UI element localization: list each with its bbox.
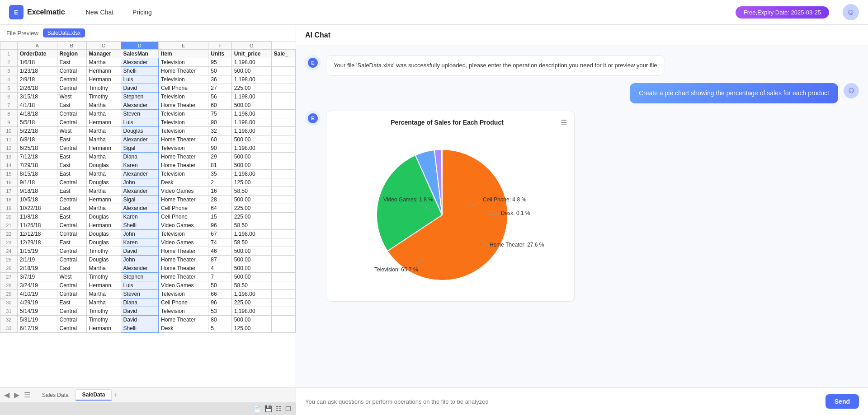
sheet-tab-add[interactable]: +: [112, 391, 119, 399]
pricing-link[interactable]: Pricing: [125, 5, 159, 19]
status-icon-4[interactable]: ❒: [285, 405, 291, 412]
chat-header: AI Chat: [296, 25, 868, 46]
chat-messages: E Your file 'SaleData.xlsx' was successf…: [296, 46, 868, 387]
ai-chart-logo: E: [308, 113, 318, 123]
sheet-tab-right[interactable]: ▶: [13, 391, 21, 399]
chart-card-header: Percentage of Sales for Each Product ☰: [334, 118, 567, 127]
ai-chart-row: E Percentage of Sales for Each Product ☰…: [305, 111, 859, 302]
spreadsheet-table: ABCDEFG1OrderDateRegionManagerSalesManIt…: [0, 42, 296, 333]
status-bar: 📄 💾 ☷ ❒: [0, 402, 296, 415]
status-icon-2[interactable]: 💾: [264, 405, 272, 412]
ai-system-bubble: Your file 'SaleData.xlsx' was successful…: [326, 55, 665, 76]
sheet-tab-controls: ◀ ▶ ☰: [3, 391, 32, 399]
sheet-tab-menu[interactable]: ☰: [23, 391, 32, 399]
new-chat-link[interactable]: New Chat: [79, 5, 121, 19]
user-chat-avatar: ☺: [844, 83, 859, 98]
tab-sales-data[interactable]: Sales Data: [35, 390, 75, 400]
ai-chart-avatar: E: [305, 111, 321, 126]
file-badge: SaleData.xlsx: [43, 28, 85, 37]
svg-text:Television: 65.7 %: Television: 65.7 %: [374, 266, 418, 273]
user-message-row: ☺ Create a pie chart showing the percent…: [305, 83, 859, 103]
send-button[interactable]: Send: [826, 394, 859, 409]
right-panel: AI Chat E Your file 'SaleData.xlsx' was …: [296, 25, 868, 415]
left-panel: File Preview SaleData.xlsx ABCDEFG1Order…: [0, 25, 296, 415]
user-avatar[interactable]: ☺: [843, 4, 859, 20]
ai-message-row: E Your file 'SaleData.xlsx' was successf…: [305, 55, 859, 76]
status-icon-1[interactable]: 📄: [253, 405, 261, 412]
sheet-tabs: ◀ ▶ ☰ Sales Data SaleData +: [0, 387, 296, 402]
svg-text:Cell Phone: 4.8 %: Cell Phone: 4.8 %: [483, 196, 526, 203]
ai-avatar: E: [305, 55, 321, 70]
chat-input-bar: Send: [296, 387, 868, 415]
user-message-bubble: Create a pie chart showing the percentag…: [630, 83, 838, 103]
file-preview-bar: File Preview SaleData.xlsx: [0, 25, 296, 42]
pie-chart-wrapper: Television: 65.7 %Video Games: 1.8 %Cell…: [334, 131, 567, 294]
chat-input[interactable]: [305, 398, 821, 405]
ai-logo: E: [308, 58, 318, 68]
tab-sale-data[interactable]: SaleData: [75, 389, 112, 401]
file-preview-label: File Preview: [6, 30, 38, 37]
logo-icon: E: [9, 5, 24, 19]
status-icon-3[interactable]: ☷: [276, 405, 282, 412]
main-area: File Preview SaleData.xlsx ABCDEFG1Order…: [0, 25, 868, 415]
logo: E Excelmatic: [9, 5, 65, 19]
status-bar-icons: 📄 💾 ☷ ❒: [253, 405, 291, 412]
svg-text:Home Theater: 27.6 %: Home Theater: 27.6 %: [490, 242, 544, 248]
svg-text:Video Games: 1.8 %: Video Games: 1.8 %: [383, 196, 433, 203]
nav-links: New Chat Pricing: [79, 5, 159, 19]
expiry-badge: Free,Expiry Date: 2025-03-25: [736, 6, 829, 19]
logo-name: Excelmatic: [27, 8, 65, 16]
chart-menu-icon[interactable]: ☰: [561, 118, 567, 127]
svg-text:Desk: 0.1 %: Desk: 0.1 %: [501, 210, 530, 216]
spreadsheet-container[interactable]: ABCDEFG1OrderDateRegionManagerSalesManIt…: [0, 42, 296, 387]
sheet-tab-left[interactable]: ◀: [3, 391, 11, 399]
topnav: E Excelmatic New Chat Pricing Free,Expir…: [0, 0, 868, 25]
pie-chart-svg: Television: 65.7 %Video Games: 1.8 %Cell…: [334, 131, 567, 294]
chart-card: Percentage of Sales for Each Product ☰ T…: [326, 111, 575, 302]
chart-title: Percentage of Sales for Each Product: [334, 119, 561, 126]
